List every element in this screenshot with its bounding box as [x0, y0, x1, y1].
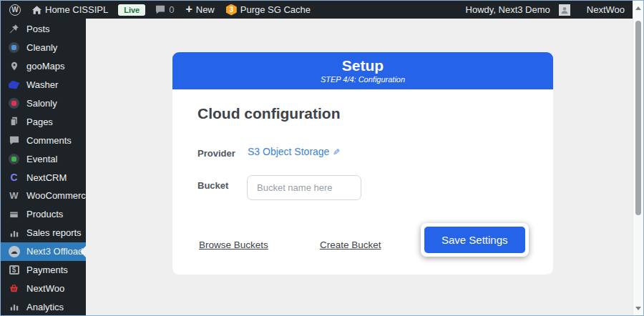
- bar-chart-icon: [8, 227, 20, 239]
- howdy-account-menu[interactable]: Howdy, Next3 Demo: [460, 4, 581, 16]
- comments-admin-link[interactable]: 0: [150, 1, 180, 19]
- scroll-down-arrow-icon[interactable]: [633, 302, 643, 314]
- site-name: Home CISSIPL: [45, 4, 108, 15]
- home-icon: [32, 6, 42, 14]
- nextcrm-icon: [8, 172, 20, 184]
- scroll-up-arrow-icon[interactable]: [633, 2, 643, 14]
- sidebar-item-payments[interactable]: $ Payments: [1, 261, 86, 280]
- salonly-icon: [8, 97, 20, 109]
- setup-card-header: Setup STEP 4/4: Configuration: [172, 52, 553, 89]
- vertical-scrollbar: [633, 1, 643, 315]
- howdy-text: Howdy, Next3 Demo: [466, 4, 550, 15]
- create-bucket-link[interactable]: Create Bucket: [320, 240, 381, 250]
- admin-bar: W Home CISSIPL Live 0 New 3 Purge SG Cac…: [1, 1, 633, 19]
- sidebar-item-comments[interactable]: Comments: [1, 131, 86, 149]
- save-settings-button[interactable]: Save Settings: [424, 227, 525, 253]
- admin-bar-right: Howdy, Next3 Demo NextWoo: [460, 4, 630, 16]
- scrollbar-thumb[interactable]: [635, 21, 641, 215]
- woocommerce-icon: [8, 189, 20, 202]
- sidebar-item-posts[interactable]: Posts: [1, 20, 86, 39]
- provider-value-link[interactable]: S3 Object Storage: [248, 146, 340, 157]
- new-label: New: [196, 4, 215, 15]
- sidebar-item-label: Comments: [26, 135, 72, 146]
- products-box-icon: [8, 208, 20, 220]
- sidebar-item-nextwoo[interactable]: NextWoo: [1, 279, 86, 297]
- sidebar-item-label: Payments: [26, 265, 68, 275]
- wordpress-logo-icon: W: [9, 4, 21, 16]
- sidebar-item-next3-offload[interactable]: Next3 Offload: [1, 242, 86, 261]
- next3-hexagon-icon: 3: [226, 4, 237, 16]
- setup-card-body: Cloud configuration Provider S3 Object S…: [172, 89, 553, 275]
- sidebar-item-nextcrm[interactable]: NextCRM: [1, 168, 86, 187]
- section-title: Cloud configuration: [197, 105, 340, 122]
- comments-count: 0: [169, 4, 174, 15]
- sidebar-item-label: WooCommerce: [26, 190, 91, 201]
- pages-icon: [8, 116, 20, 128]
- purge-label: Purge SG Cache: [240, 4, 311, 15]
- sidebar-item-label: gooMaps: [26, 61, 64, 71]
- sidebar-item-washer[interactable]: Washer: [1, 76, 86, 94]
- sidebar-item-label: Washer: [26, 79, 58, 90]
- edit-pencil-icon: [333, 146, 340, 157]
- sidebar-item-label: Cleanly: [26, 42, 57, 53]
- browse-buckets-link[interactable]: Browse Buckets: [199, 240, 268, 250]
- sidebar-item-goomaps[interactable]: gooMaps: [1, 57, 86, 76]
- sidebar-item-evental[interactable]: Evental: [1, 149, 86, 168]
- sidebar-item-label: NextCRM: [26, 172, 67, 183]
- sidebar-item-salonly[interactable]: Salonly: [1, 94, 86, 113]
- sidebar-item-label: Pages: [26, 117, 53, 127]
- provider-value-text: S3 Object Storage: [248, 146, 329, 157]
- wordpress-admin-window: W Home CISSIPL Live 0 New 3 Purge SG Cac…: [0, 0, 644, 316]
- plus-icon: [185, 4, 192, 16]
- nextwoo-menu[interactable]: NextWoo: [581, 4, 630, 15]
- provider-label: Provider: [197, 148, 235, 159]
- sidebar-item-label: Salonly: [26, 98, 57, 109]
- sidebar-item-label: NextWoo: [26, 283, 64, 294]
- sidebar-item-label: Evental: [26, 154, 57, 164]
- dollar-icon: $: [8, 264, 20, 276]
- bucket-name-input[interactable]: [247, 175, 361, 200]
- sidebar-item-analytics[interactable]: Analytics: [1, 297, 86, 316]
- evental-icon: [8, 153, 20, 165]
- bucket-label: Bucket: [197, 180, 228, 191]
- sidebar-item-pages[interactable]: Pages: [1, 112, 86, 131]
- setup-card: Setup STEP 4/4: Configuration Cloud conf…: [172, 52, 553, 275]
- nextwoo-label: NextWoo: [587, 4, 625, 15]
- sidebar-item-products[interactable]: Products: [1, 205, 86, 224]
- sidebar-item-label: Posts: [26, 24, 50, 34]
- wordpress-menu[interactable]: W: [4, 1, 26, 19]
- sidebar-item-label: Sales reports: [26, 227, 82, 238]
- admin-sidebar: Posts Cleanly gooMaps Washer Salonly: [1, 19, 86, 316]
- sidebar-item-label: Next3 Offload: [26, 246, 83, 257]
- step-indicator: STEP 4/4: Configuration: [321, 75, 405, 84]
- map-pin-icon: [8, 60, 20, 72]
- sidebar-item-woocommerce[interactable]: WooCommerce: [1, 187, 86, 205]
- save-settings-button-frame: Save Settings: [421, 223, 529, 257]
- washer-icon: [8, 79, 20, 91]
- new-content-menu[interactable]: New: [180, 1, 220, 19]
- page-title: Setup: [342, 58, 384, 74]
- cleanly-icon: [8, 41, 20, 54]
- comment-icon: [8, 134, 20, 147]
- basket-icon: [8, 282, 20, 295]
- comment-bubble-icon: [155, 5, 165, 14]
- pushpin-icon: [8, 23, 20, 35]
- sidebar-item-label: Analytics: [26, 302, 64, 312]
- avatar: [559, 4, 570, 16]
- cloud-icon: [8, 245, 20, 257]
- sidebar-item-cleanly[interactable]: Cleanly: [1, 39, 86, 57]
- bar-chart-icon: [8, 301, 20, 313]
- purge-sg-cache-button[interactable]: 3 Purge SG Cache: [220, 1, 316, 19]
- live-badge[interactable]: Live: [118, 4, 145, 16]
- sidebar-item-label: Products: [26, 209, 63, 219]
- sidebar-item-sales-reports[interactable]: Sales reports: [1, 224, 86, 242]
- site-home-link[interactable]: Home CISSIPL: [26, 1, 114, 19]
